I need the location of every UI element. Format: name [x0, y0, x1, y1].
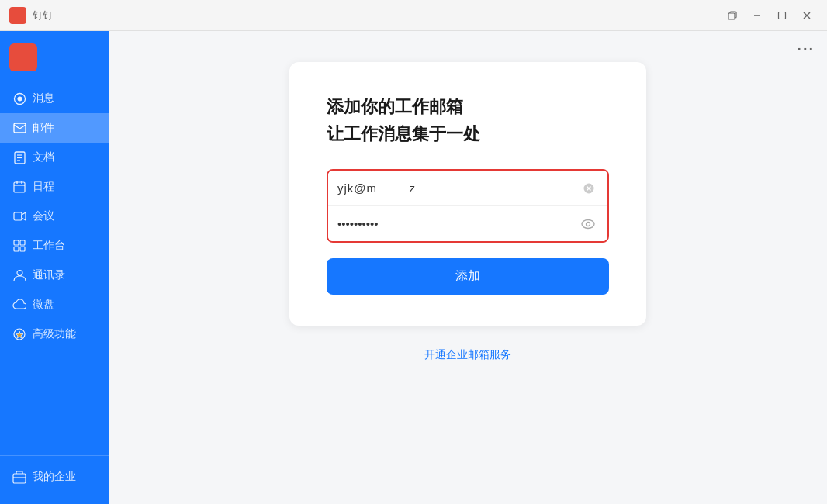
svg-point-28	[582, 219, 594, 228]
svg-rect-16	[14, 212, 22, 220]
app-logo	[9, 7, 26, 24]
restore-button[interactable]	[721, 6, 743, 25]
sidebar-item-docs[interactable]: 文档	[0, 143, 109, 172]
email-input-row	[328, 171, 607, 206]
svg-rect-17	[14, 240, 19, 245]
star-icon	[12, 327, 26, 341]
sidebar-item-workspace[interactable]: 工作台	[0, 231, 109, 261]
toggle-password-icon[interactable]	[578, 216, 598, 233]
sidebar-item-schedule[interactable]: 日程	[0, 172, 109, 202]
svg-rect-12	[14, 182, 25, 192]
close-button[interactable]	[796, 6, 818, 25]
enterprise-link-area: 开通企业邮箱服务	[424, 347, 511, 362]
email-input[interactable]	[337, 171, 580, 205]
titlebar: 钉钉	[0, 0, 827, 31]
svg-rect-0	[728, 13, 735, 19]
sidebar: 消息 邮件 文档	[0, 31, 109, 504]
main-layout: 消息 邮件 文档	[0, 31, 827, 504]
avatar	[9, 43, 37, 71]
sidebar-label-workspace: 工作台	[33, 239, 65, 253]
minimize-button[interactable]	[746, 6, 768, 25]
password-input[interactable]	[337, 206, 578, 241]
mail-icon	[12, 121, 26, 135]
svg-rect-23	[13, 474, 26, 483]
sidebar-label-mail: 邮件	[33, 121, 54, 135]
workspace-icon	[12, 239, 26, 253]
svg-rect-18	[20, 240, 25, 245]
sidebar-label-docs: 文档	[33, 150, 54, 164]
sidebar-label-schedule: 日程	[33, 180, 54, 194]
add-mailbox-card: 添加你的工作邮箱 让工作消息集于一处	[289, 62, 646, 326]
sidebar-header	[0, 37, 109, 84]
sidebar-item-messages[interactable]: 消息	[0, 84, 109, 113]
app-title: 钉钉	[33, 9, 53, 22]
password-input-row	[328, 206, 607, 241]
calendar-icon	[12, 180, 26, 194]
svg-point-21	[17, 271, 22, 276]
svg-point-29	[587, 222, 590, 226]
sidebar-item-cloud[interactable]: 微盘	[0, 290, 109, 319]
sidebar-item-enterprise[interactable]: 我的企业	[0, 462, 109, 492]
enterprise-mailbox-link[interactable]: 开通企业邮箱服务	[424, 348, 511, 361]
sidebar-item-mail[interactable]: 邮件	[0, 113, 109, 143]
titlebar-controls	[721, 6, 818, 25]
add-button[interactable]: 添加	[327, 258, 609, 295]
sidebar-label-advanced: 高级功能	[33, 327, 76, 341]
svg-rect-2	[779, 12, 786, 19]
svg-point-6	[17, 96, 22, 101]
sidebar-label-enterprise: 我的企业	[33, 470, 76, 484]
sidebar-label-cloud: 微盘	[33, 298, 54, 312]
svg-rect-19	[14, 247, 19, 251]
message-icon	[12, 91, 26, 105]
maximize-button[interactable]	[771, 6, 793, 25]
clear-email-icon[interactable]	[580, 179, 598, 198]
sidebar-item-meeting[interactable]: 会议	[0, 202, 109, 231]
sidebar-label-contacts: 通讯录	[33, 268, 65, 282]
svg-rect-20	[20, 247, 25, 251]
sidebar-item-advanced[interactable]: 高级功能	[0, 319, 109, 349]
login-form-group	[327, 169, 609, 243]
sidebar-label-meeting: 会议	[33, 209, 54, 223]
enterprise-icon	[12, 470, 26, 484]
more-options-button[interactable]: ···	[797, 40, 815, 58]
titlebar-left: 钉钉	[9, 7, 53, 24]
cloud-icon	[12, 298, 26, 312]
content-area: ··· 添加你的工作邮箱 让工作消息集于一处	[109, 31, 827, 504]
meeting-icon	[12, 209, 26, 223]
sidebar-label-messages: 消息	[33, 91, 54, 105]
sidebar-item-contacts[interactable]: 通讯录	[0, 261, 109, 290]
doc-icon	[12, 150, 26, 164]
contacts-icon	[12, 268, 26, 282]
sidebar-bottom: 我的企业	[0, 455, 109, 498]
svg-rect-7	[14, 123, 26, 133]
card-title: 添加你的工作邮箱 让工作消息集于一处	[327, 93, 609, 147]
